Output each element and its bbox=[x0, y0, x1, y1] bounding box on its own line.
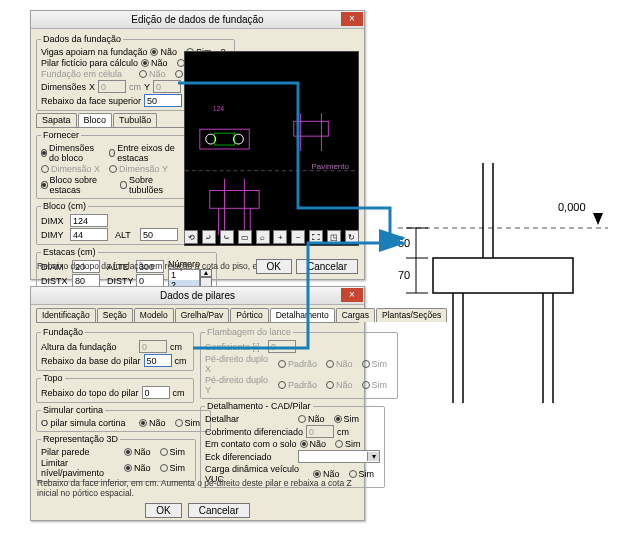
radio-solo-nao[interactable]: Não bbox=[300, 439, 327, 449]
lbl-vigas: Vigas apoiam na fundação bbox=[41, 47, 147, 57]
radio-pdx-sim: Sim bbox=[362, 359, 388, 369]
radio-sobretub[interactable]: Sobre tubulões bbox=[120, 175, 175, 195]
cm-rt: cm bbox=[173, 388, 185, 398]
radio-blocosobre[interactable]: Bloco sobre estacas bbox=[41, 175, 111, 195]
num-1[interactable]: 1 bbox=[169, 270, 199, 280]
group-rep3d: Representação 3D Pilar parede Não Sim Li… bbox=[36, 434, 196, 482]
tab-grelha[interactable]: Grelha/Pav bbox=[175, 308, 230, 322]
radio-det-sim[interactable]: Sim bbox=[334, 414, 360, 424]
lbl-alt: ALT bbox=[115, 230, 137, 240]
btn-cancel-pilares[interactable]: Cancelar bbox=[188, 503, 250, 518]
radio-fund-nao: Não bbox=[139, 69, 166, 79]
tab-ident[interactable]: Identificação bbox=[36, 308, 96, 322]
group-fundacao: Fundação Altura da fundaçãocm Rebaixo da… bbox=[36, 327, 194, 371]
tool-btn-3[interactable]: ⤿ bbox=[220, 230, 234, 244]
input-coef bbox=[268, 340, 296, 353]
lbl-altura-fund: Altura da fundação bbox=[41, 342, 136, 352]
status-line-pilares: Rebaixo da face inferior, em cm. Aumenta… bbox=[37, 478, 364, 498]
legend-simular: Simular cortina bbox=[41, 405, 105, 415]
radio-pp-sim[interactable]: Sim bbox=[160, 447, 186, 457]
input-reb-base[interactable] bbox=[144, 354, 172, 367]
legend-detcad: Detalhamento - CAD/Pilar bbox=[205, 401, 313, 411]
radio-dimy: Dimensão Y bbox=[109, 164, 168, 174]
btn-ok-foundation[interactable]: OK bbox=[256, 259, 292, 274]
tab-portico[interactable]: Pórtico bbox=[230, 308, 268, 322]
tool-btn-2[interactable]: ⤾ bbox=[202, 230, 216, 244]
preview-canvas[interactable]: Pavimento 124 bbox=[184, 51, 359, 246]
dialog-pilares: Dados de pilares × Identificação Seção M… bbox=[30, 286, 365, 521]
canvas-label-pavimento: Pavimento bbox=[312, 162, 350, 171]
lbl-y: Y bbox=[144, 82, 150, 92]
dimension-diagram: 0,000 50 70 bbox=[398, 163, 608, 403]
btn-ok-pilares[interactable]: OK bbox=[145, 503, 181, 518]
radio-pdy-pad: Padrão bbox=[278, 380, 317, 390]
radio-entreeixos[interactable]: Entre eixos de estacas bbox=[109, 143, 175, 163]
group-simular: Simular cortina O pilar simula cortina N… bbox=[36, 405, 211, 432]
radio-pilar-nao[interactable]: Não bbox=[141, 58, 168, 68]
tool-btn-5[interactable]: ⌕ bbox=[256, 230, 270, 244]
lbl-pilarfict: Pilar fictício para cálculo bbox=[41, 58, 138, 68]
tab-modelo[interactable]: Modelo bbox=[134, 308, 174, 322]
lbl-disty: DISTY bbox=[107, 276, 133, 286]
tab-secao[interactable]: Seção bbox=[97, 308, 133, 322]
tabstrip-pilares: Identificação Seção Modelo Grelha/Pav Pó… bbox=[36, 308, 359, 323]
level-label: 0,000 bbox=[558, 201, 586, 213]
tab-detalh[interactable]: Detalhamento bbox=[270, 308, 335, 322]
legend-bloco: Bloco (cm) bbox=[41, 201, 88, 211]
tab-tubulao[interactable]: Tubulão bbox=[113, 113, 157, 127]
radio-pp-nao[interactable]: Não bbox=[124, 447, 151, 457]
combo-eck[interactable]: ▾ bbox=[298, 450, 380, 463]
tab-sapata[interactable]: Sapata bbox=[36, 113, 77, 127]
close-button-pilares[interactable]: × bbox=[341, 288, 363, 302]
status-line-foundation: Rebaixo do topo da fundação em relação à… bbox=[37, 261, 278, 271]
input-rebaixo-sup[interactable] bbox=[144, 94, 182, 107]
input-alt[interactable] bbox=[140, 228, 178, 241]
lbl-pdx: Pé-direito duplo X bbox=[205, 354, 275, 374]
tool-btn-9[interactable]: ◳ bbox=[327, 230, 341, 244]
legend-estacas: Estacas (cm) bbox=[41, 247, 98, 257]
lbl-pdy: Pé-direito duplo Y bbox=[205, 375, 275, 395]
radio-vigas-nao[interactable]: Não bbox=[150, 47, 177, 57]
group-fornecer: Fornecer Dimensões do bloco Entre eixos … bbox=[36, 130, 186, 199]
lbl-x: X bbox=[89, 82, 95, 92]
tool-btn-7[interactable]: − bbox=[291, 230, 305, 244]
close-button-foundation[interactable]: × bbox=[341, 12, 363, 26]
radio-sim-sim[interactable]: Sim bbox=[175, 418, 201, 428]
dialog-foundation-edit: Edição de dados de fundação × Dados da f… bbox=[30, 10, 365, 280]
radio-det-nao[interactable]: Não bbox=[298, 414, 325, 424]
titlebar-pilares: Dados de pilares × bbox=[31, 287, 364, 305]
tool-btn-10[interactable]: ↻ bbox=[345, 230, 359, 244]
radio-ln-nao[interactable]: Não bbox=[124, 463, 151, 473]
lbl-detalhar: Detalhar bbox=[205, 414, 295, 424]
lbl-cobrim: Cobrimento diferenciado bbox=[205, 427, 303, 437]
radio-dimbloco[interactable]: Dimensões do bloco bbox=[41, 143, 100, 163]
input-dimx2[interactable] bbox=[70, 214, 108, 227]
input-dim-x bbox=[98, 80, 126, 93]
radio-pdy-nao: Não bbox=[326, 380, 353, 390]
tab-bloco[interactable]: Bloco bbox=[78, 113, 113, 127]
lbl-coef: Coeficiente [i] bbox=[205, 342, 265, 352]
input-altura-fund bbox=[139, 340, 167, 353]
lbl-reb-base: Rebaixo da base do pilar bbox=[41, 356, 141, 366]
tool-btn-6[interactable]: + bbox=[273, 230, 287, 244]
radio-ln-sim[interactable]: Sim bbox=[160, 463, 186, 473]
lbl-fundcel: Fundação em célula bbox=[41, 69, 136, 79]
lbl-solo: Em contato com o solo bbox=[205, 439, 297, 449]
tool-btn-1[interactable]: ⟲ bbox=[184, 230, 198, 244]
svg-rect-1 bbox=[200, 129, 249, 149]
chevron-down-icon[interactable]: ▾ bbox=[367, 452, 379, 461]
tool-btn-4[interactable]: ▭ bbox=[238, 230, 252, 244]
lbl-distx: DISTX bbox=[41, 276, 69, 286]
radio-sim-nao[interactable]: Não bbox=[139, 418, 166, 428]
input-dimy2[interactable] bbox=[70, 228, 108, 241]
tab-cargas[interactable]: Cargas bbox=[336, 308, 375, 322]
legend-foundation-data: Dados da fundação bbox=[41, 34, 123, 44]
btn-cancel-foundation[interactable]: Cancelar bbox=[296, 259, 358, 274]
lbl-simula: O pilar simula cortina bbox=[41, 418, 136, 428]
input-reb-topo[interactable] bbox=[142, 386, 170, 399]
radio-solo-sim[interactable]: Sim bbox=[335, 439, 361, 449]
tool-btn-8[interactable]: ⛶ bbox=[309, 230, 323, 244]
lbl-dimy2: DIMY bbox=[41, 230, 67, 240]
group-flambagem: Flambagem do lance Coeficiente [i] Pé-di… bbox=[200, 327, 398, 399]
group-topo: Topo Rebaixo do topo do pilarcm bbox=[36, 373, 194, 403]
